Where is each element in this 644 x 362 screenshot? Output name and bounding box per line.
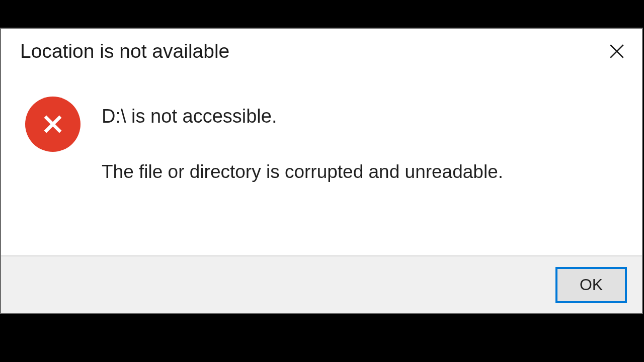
ok-button[interactable]: OK xyxy=(555,267,627,303)
messages: D:\ is not accessible. The file or direc… xyxy=(102,97,503,255)
close-button[interactable] xyxy=(602,36,632,66)
dialog-title: Location is not available xyxy=(20,40,229,62)
message-primary: D:\ is not accessible. xyxy=(102,106,503,127)
message-secondary: The file or directory is corrupted and u… xyxy=(102,161,503,183)
letterbox-bottom xyxy=(0,337,644,362)
error-dialog: Location is not available D:\ is not acc xyxy=(0,28,643,314)
content-area: D:\ is not accessible. The file or direc… xyxy=(1,74,642,255)
title-bar: Location is not available xyxy=(1,29,642,74)
button-bar: OK xyxy=(1,255,642,313)
error-icon-container xyxy=(25,97,80,152)
letterbox-top xyxy=(0,0,644,28)
error-icon xyxy=(25,97,80,152)
dialog-wrapper: Location is not available D:\ is not acc xyxy=(0,28,644,337)
close-icon xyxy=(608,43,625,60)
